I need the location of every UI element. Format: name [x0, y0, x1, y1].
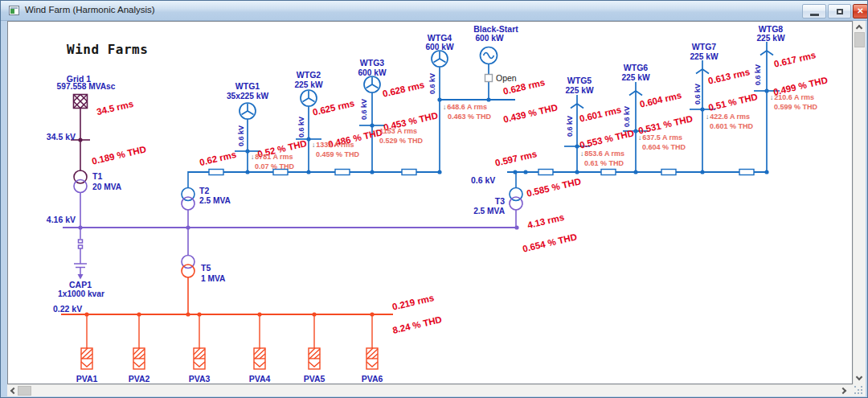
pv-array-pva6[interactable]: [366, 314, 378, 369]
t3-rating: 2.5 MVA: [465, 207, 505, 215]
wtg4-rating: 600 kW: [425, 43, 453, 51]
black-start-rating: 600 kW: [475, 34, 503, 43]
transformer-t5[interactable]: [182, 256, 194, 315]
wtg8-kv-label: 0.6 kV: [754, 64, 762, 85]
pv-array-pva3[interactable]: [194, 314, 205, 369]
transformer-t1[interactable]: [74, 170, 87, 228]
capacitor-cap1[interactable]: [74, 228, 87, 280]
wtg6-name: WTG6: [624, 63, 648, 72]
pva6-name: PVA6: [362, 374, 383, 384]
wtg5-branch-thd: 0.61 % THD: [584, 159, 624, 167]
pv-array-pva2[interactable]: [133, 314, 145, 369]
scrollbar-corner: [853, 384, 866, 396]
app-window: Wind Farms Grid 1 597.558 MVAsc 34.5 rms…: [0, 0, 868, 398]
wtg2-kv-label: 0.6 kV: [297, 117, 305, 137]
wtg4-branch-current: ↓648.6 A rms: [443, 103, 487, 111]
bus-600v-right[interactable]: [507, 170, 769, 175]
transformer-t2[interactable]: [182, 171, 194, 256]
wtg6-branch-thd: 0.604 % THD: [642, 143, 686, 151]
wind-turbine-wtg3[interactable]: [359, 76, 385, 172]
vertical-scrollbar[interactable]: [853, 21, 866, 384]
grid-rating: 597.558 MVAsc: [57, 82, 116, 91]
restore-button[interactable]: [828, 4, 851, 18]
t2-name: T2: [199, 186, 209, 195]
wtg5-name: WTG5: [567, 76, 592, 85]
scroll-right-icon[interactable]: [840, 388, 846, 394]
wtg3-arms-value: 1153 A rms: [379, 127, 417, 135]
window-title: Wind Farm (Harmonic Analysis): [25, 5, 155, 14]
horizontal-scroll-thumb[interactable]: [18, 386, 31, 396]
wtg3-rating: 600 kW: [358, 68, 386, 77]
wtg8-branch-thd: 0.599 % THD: [774, 103, 817, 111]
wtg7-branch-current: ↓422.6 A rms: [706, 113, 750, 121]
bus-600v-left[interactable]: [188, 170, 442, 175]
wtg2-arms-value: 1331 A rms: [316, 141, 354, 149]
wtg1-name: WTG1: [235, 81, 260, 91]
t1-name: T1: [92, 171, 102, 181]
t3-name: T3: [465, 196, 505, 206]
oneline-diagram: [1, 1, 868, 398]
pva3-name: PVA3: [189, 374, 211, 384]
pv-array-symbols[interactable]: [81, 314, 378, 369]
resize-grip-icon[interactable]: [854, 386, 856, 388]
wtg2-name: WTG2: [297, 70, 321, 80]
minimize-icon: [810, 14, 819, 16]
wtg8-branch-current: ↓210.6 A rms: [770, 93, 814, 101]
wtg7-branch-thd: 0.601 % THD: [710, 122, 753, 130]
down-arrow-icon: ↓: [443, 103, 446, 111]
restore-icon: [837, 9, 843, 14]
pva1-name: PVA1: [76, 374, 98, 384]
wtg4-kv-label: 0.6 kV: [428, 73, 436, 94]
horizontal-scrollbar[interactable]: [7, 384, 853, 396]
wtg3-kv-label: 0.6 kV: [360, 99, 368, 120]
vertical-scroll-thumb[interactable]: [854, 32, 865, 47]
app-icon[interactable]: [9, 6, 19, 15]
wtg6-arms-value: 637.5 A rms: [642, 133, 682, 142]
wtg2-branch-current: ↓1331 A rms: [312, 141, 354, 149]
bus-416kv-label: 4.16 kV: [41, 215, 76, 224]
transformer-t3[interactable]: [510, 172, 522, 228]
pv-array-pva5[interactable]: [309, 314, 320, 369]
t5-rating: 1 MVA: [201, 274, 225, 283]
pv-array-pva4[interactable]: [254, 314, 265, 369]
bus-220v[interactable]: [61, 312, 393, 316]
generator-black-start[interactable]: [481, 47, 497, 101]
wtg7-kv-label: 0.6 kV: [694, 84, 702, 105]
open-switch-label: Open: [496, 73, 517, 83]
cap1-rating: 1x1000 kvar: [58, 289, 104, 298]
scroll-left-icon[interactable]: [10, 388, 17, 394]
down-arrow-icon: ↓: [770, 93, 773, 101]
titlebar: Wind Farm (Harmonic Analysis): [1, 1, 867, 21]
scroll-down-icon[interactable]: [856, 374, 862, 380]
wtg5-arms-value: 853.6 A rms: [584, 150, 624, 158]
wtg6-kv-label: 0.6 kV: [623, 106, 631, 127]
black-start-name: Black-Start: [473, 24, 518, 34]
pv-array-pva1[interactable]: [81, 314, 92, 369]
wtg1-kv-label: 0.6 kV: [237, 125, 245, 146]
wtg6-rating: 225 kW: [621, 73, 649, 82]
open-switch[interactable]: [485, 75, 493, 82]
wtg4-branch-thd: 0.463 % THD: [448, 113, 491, 121]
t1-rating: 20 MVA: [92, 183, 121, 191]
wind-turbine-wtg4[interactable]: [432, 51, 515, 172]
wtg2-branch-thd: 0.459 % THD: [316, 150, 359, 158]
bus-06kv-label: 0.6 kV: [471, 175, 495, 185]
bus-4160v[interactable]: [63, 225, 519, 229]
minimize-button[interactable]: [802, 4, 826, 18]
wtg8-arms-value: 210.6 A rms: [774, 93, 814, 101]
wtg7-name: WTG7: [692, 42, 716, 51]
bus-022kv-label: 0.22 kV: [53, 304, 82, 314]
down-arrow-icon: ↓: [638, 133, 641, 142]
scroll-up-icon[interactable]: [856, 25, 862, 31]
pva2-name: PVA2: [129, 374, 150, 384]
bus-345kv-label: 34.5 kV: [41, 132, 76, 142]
down-arrow-icon: ↓: [251, 153, 254, 161]
wtg8-rating: 225 kW: [756, 34, 784, 43]
wtg1-rating: 35x225 kW: [227, 92, 268, 101]
close-button[interactable]: ✕: [853, 4, 868, 18]
wtg1-arms-value: 8781 A rms: [255, 153, 293, 161]
wtg3-name: WTG3: [360, 58, 384, 68]
close-icon: ✕: [857, 6, 863, 15]
down-arrow-icon: ↓: [375, 127, 379, 135]
down-arrow-icon: ↓: [312, 141, 315, 149]
